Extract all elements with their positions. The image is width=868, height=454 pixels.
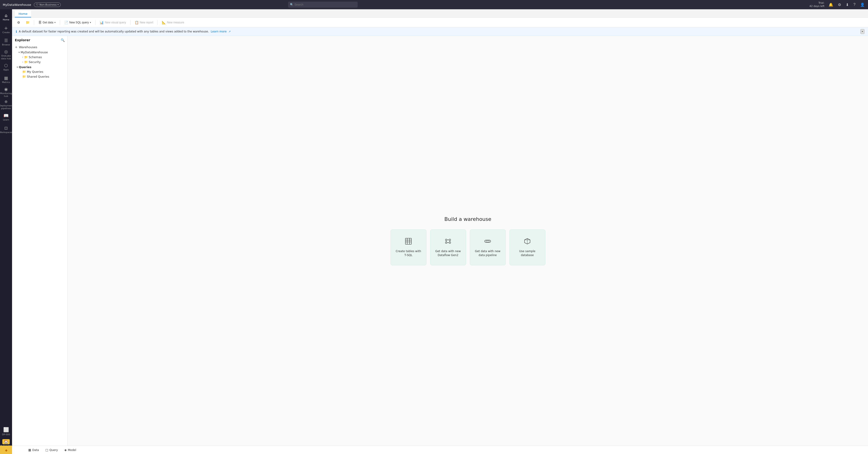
explorer-title: Explorer — [15, 38, 30, 42]
bottom-tab-data[interactable]: ▦ Data — [27, 447, 40, 453]
new-measure-button[interactable]: 📐 New measure — [159, 20, 186, 26]
sidebar-item-label-browse: Browse — [2, 43, 10, 46]
card-pipeline[interactable]: Get data with new data pipeline — [470, 230, 506, 265]
settings-toolbar-button[interactable]: ⚙ — [15, 20, 23, 26]
security-node[interactable]: › 📁 Security — [12, 60, 67, 64]
model-tab-label: Model — [68, 448, 76, 452]
mydatawarehouse-label: MyDataWarehouse — [21, 51, 48, 54]
database-icon: 🗄 — [38, 21, 41, 24]
new-sql-chevron: ▾ — [90, 21, 91, 24]
query-tab-label: Query — [50, 448, 58, 452]
get-data-button[interactable]: 🗄 Get data ▾ — [36, 20, 58, 26]
svg-rect-0 — [405, 238, 411, 244]
expand-chevron: ▾ — [19, 51, 20, 54]
search-icon: 🔍 — [290, 3, 293, 6]
create-icon: + — [4, 26, 8, 30]
search-input[interactable] — [294, 3, 356, 6]
chevron-down-icon: ▾ — [58, 3, 59, 6]
tab-bar: Home — [12, 9, 868, 18]
tab-home[interactable]: Home — [15, 11, 31, 18]
security-label: Security — [29, 60, 40, 64]
new-report-button[interactable]: 📋 New report — [132, 20, 156, 26]
new-visual-query-button[interactable]: 📊 New visual query — [97, 20, 128, 26]
apps-icon: ⬡ — [4, 63, 8, 68]
bottom-tabs: ▦ Data □ Query ◈ Model — [27, 447, 78, 453]
queries-label: Queries — [19, 65, 31, 69]
sidebar-item-create[interactable]: + Create — [0, 24, 11, 36]
warehouse-icon: 🏠 — [2, 439, 10, 444]
trial-info: Trial: 42 days left — [809, 1, 825, 8]
schemas-label: Schemas — [29, 55, 42, 59]
data-tab-icon: ▦ — [28, 448, 31, 452]
add-icon: + — [15, 45, 18, 49]
sidebar-item-metrics[interactable]: ▦ Metrics — [0, 74, 11, 86]
settings-button[interactable]: ⚙ — [837, 2, 842, 7]
data-tab-label: Data — [32, 448, 39, 452]
toolbar: ⚙ 📁 🗄 Get data ▾ 📄 New SQL query ▾ 📊 New… — [12, 18, 868, 27]
svg-rect-14 — [486, 241, 490, 242]
account-button[interactable]: 👤 — [860, 2, 865, 7]
sidebar-item-dp000[interactable]: ⬜ DP-000 — [0, 425, 11, 437]
get-data-chevron: ▾ — [55, 21, 56, 24]
mydatawarehouse-node[interactable]: ▾ MyDataWarehouse — [12, 50, 67, 55]
my-queries-node[interactable]: 📁 My Queries — [12, 69, 67, 74]
schemas-node[interactable]: › 📁 Schemas — [12, 55, 67, 60]
security-folder-icon: 📁 — [24, 60, 28, 64]
shared-queries-node[interactable]: 📁 Shared Queries — [12, 74, 67, 79]
app-name: MyDataWarehouse — [3, 3, 31, 6]
monitoring-icon: ◉ — [4, 87, 8, 91]
divider-2 — [60, 20, 60, 25]
divider-5 — [157, 20, 158, 25]
queries-section[interactable]: ▾ Queries — [12, 64, 67, 69]
schemas-chevron: › — [22, 56, 23, 58]
card-create-tables-label: Create tables with T-SQL — [395, 249, 423, 257]
warehouses-root[interactable]: + Warehouses — [12, 44, 67, 50]
build-warehouse-title: Build a warehouse — [444, 216, 491, 222]
metrics-icon: ▦ — [4, 76, 8, 80]
sidebar-item-label-workspaces: Workspaces — [0, 131, 12, 133]
workspace: Explorer 🔍 + Warehouses ▾ MyDataWarehous… — [12, 36, 868, 446]
learn-more-link[interactable]: Learn more — [211, 30, 226, 33]
card-sample-db[interactable]: Use sample database — [509, 230, 546, 265]
notifications-button[interactable]: 🔔 — [828, 2, 834, 7]
sql-icon: 📄 — [64, 21, 68, 24]
sidebar-item-onelake[interactable]: ◎ OneLake data hub — [0, 49, 11, 61]
sidebar-nav: ⌂ Home + Create ☰ Browse ◎ OneLake data … — [0, 9, 12, 454]
card-create-tables[interactable]: Create tables with T-SQL — [391, 230, 427, 265]
measure-icon: 📐 — [162, 21, 166, 24]
help-button[interactable]: ? — [853, 2, 856, 7]
svg-point-8 — [449, 242, 451, 244]
svg-point-7 — [445, 242, 447, 244]
info-banner: ℹ A default dataset for faster reporting… — [12, 27, 868, 36]
model-tab-icon: ◈ — [64, 448, 67, 452]
sidebar-item-learn[interactable]: 📖 Learn — [0, 111, 11, 123]
report-icon: 📋 — [135, 21, 138, 24]
folder-toolbar-button[interactable]: 📁 — [23, 20, 32, 26]
bottom-tab-model[interactable]: ◈ Model — [63, 447, 78, 453]
learn-icon: 📖 — [3, 114, 8, 118]
sidebar-item-deployment[interactable]: ⊕ Deployment pipelines — [0, 99, 11, 111]
sidebar-item-workspaces[interactable]: ⊡ Workspaces — [0, 124, 11, 136]
my-queries-folder-icon: 📁 — [22, 70, 26, 73]
info-banner-text: A default dataset for faster reporting w… — [19, 30, 209, 33]
gear-icon: ⚙ — [17, 21, 20, 24]
sidebar-item-browse[interactable]: ☰ Browse — [0, 36, 11, 48]
card-pipeline-label: Get data with new data pipeline — [474, 249, 502, 257]
sidebar-item-home[interactable]: ⌂ Home — [0, 11, 11, 23]
search-box[interactable]: 🔍 — [288, 2, 358, 8]
visual-query-icon: 📊 — [100, 21, 103, 24]
new-sql-query-button[interactable]: 📄 New SQL query ▾ — [62, 20, 93, 26]
explorer-search-icon[interactable]: 🔍 — [61, 38, 65, 42]
banner-close-button[interactable]: ✕ — [861, 29, 864, 34]
external-link-icon: ↗ — [228, 30, 230, 33]
main-layout: ⌂ Home + Create ☰ Browse ◎ OneLake data … — [0, 9, 868, 454]
bottom-tab-query[interactable]: □ Query — [44, 447, 59, 453]
svg-point-5 — [445, 239, 447, 241]
card-dataflow[interactable]: Get data with new Dataflow Gen2 — [430, 230, 466, 265]
my-queries-label: My Queries — [27, 70, 43, 73]
download-button[interactable]: ⬇ — [845, 2, 849, 7]
info-icon: ℹ — [16, 30, 17, 33]
sidebar-item-apps[interactable]: ⬡ Apps — [0, 61, 11, 73]
sidebar-item-monitoring[interactable]: ◉ Monitoring hub — [0, 86, 11, 98]
explorer-tree: + Warehouses ▾ MyDataWarehouse › 📁 Schem… — [12, 43, 67, 446]
